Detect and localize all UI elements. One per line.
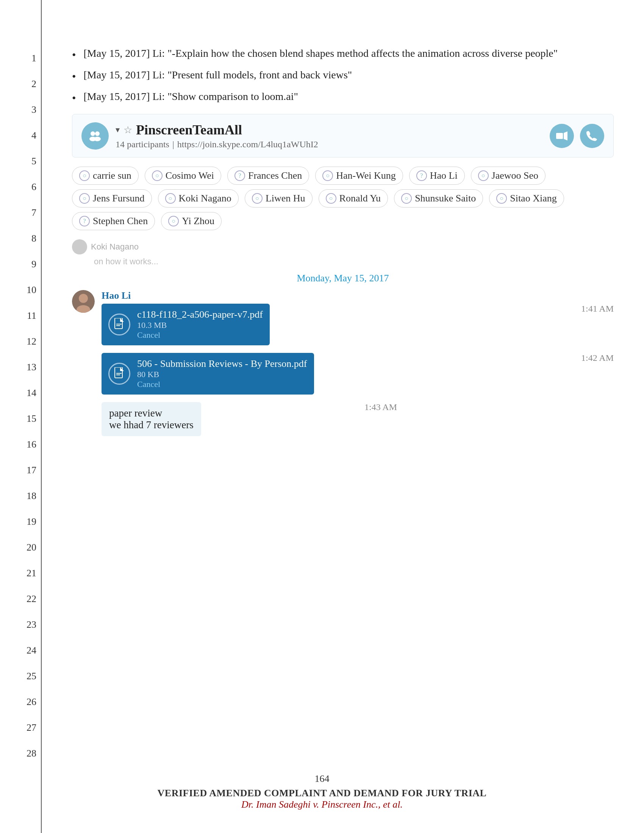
participant-name-frances-chen: Frances Chen: [248, 170, 302, 182]
participant-name-hao-li: Hao Li: [430, 170, 457, 182]
file-details-1: c118-f118_2-a506-paper-v7.pdf 10.3 MB Ca…: [137, 309, 263, 340]
participant-chip-cosimo-wei[interactable]: ○ Cosimo Wei: [145, 167, 221, 185]
bullet-item-3: • [May 15, 2017] Li: "Show comparison to…: [72, 88, 614, 106]
line-num-11: 11: [27, 303, 36, 329]
sender-name: Hao Li: [101, 290, 614, 301]
line-num-4: 4: [31, 123, 36, 148]
line-num-15: 15: [27, 406, 36, 432]
star-icon[interactable]: ☆: [124, 124, 132, 136]
participant-icon-ronald-yu: ○: [326, 193, 336, 204]
koki-message-preview: on how it works...: [94, 257, 614, 267]
bullet-text-3: [May 15, 2017] Li: "Show comparison to l…: [84, 88, 298, 105]
participant-chip-carrie-sun[interactable]: ○ carrie sun: [72, 167, 138, 185]
participant-name-sitao-xiang: Sitao Xiang: [510, 193, 557, 204]
participant-chip-jens-fursund[interactable]: ○ Jens Fursund: [72, 189, 152, 207]
participant-name-stephen-chen: Stephen Chen: [93, 215, 148, 227]
line-num-27: 27: [27, 715, 36, 741]
participant-chip-jaewoo-seo[interactable]: ○ Jaewoo Seo: [471, 167, 546, 185]
participant-name-han-wei-kung: Han-Wei Kung: [336, 170, 396, 182]
bullet-text-1: [May 15, 2017] Li: "-Explain how the cho…: [84, 45, 558, 61]
participant-chip-ronald-yu[interactable]: ○ Ronald Yu: [319, 189, 388, 207]
participant-chip-frances-chen[interactable]: ? Frances Chen: [227, 167, 309, 185]
participant-chip-shunsuke-saito[interactable]: ○ Shunsuke Saito: [394, 189, 483, 207]
skype-group-card: ▾ ☆ PinscreenTeamAll 14 participants | h…: [72, 114, 614, 158]
group-title-row: ▾ ☆ PinscreenTeamAll: [116, 122, 318, 138]
file-cancel-2[interactable]: Cancel: [137, 380, 307, 389]
line-num-22: 22: [27, 586, 36, 612]
file-icon-2: [108, 363, 130, 385]
participant-name-jens-fursund: Jens Fursund: [93, 193, 145, 204]
bullet-text-2: [May 15, 2017] Li: "Present full models,…: [84, 67, 352, 83]
participant-icon-jens-fursund: ○: [79, 193, 90, 204]
skype-card-left: ▾ ☆ PinscreenTeamAll 14 participants | h…: [81, 122, 318, 150]
participant-chip-han-wei-kung[interactable]: ○ Han-Wei Kung: [315, 167, 402, 185]
participant-icon-shunsuke-saito: ○: [401, 193, 412, 204]
bullet-item-1: • [May 15, 2017] Li: "-Explain how the c…: [72, 45, 614, 63]
bullet-dot-3: •: [72, 89, 76, 106]
line-num-20: 20: [27, 535, 36, 560]
line-num-18: 18: [27, 483, 36, 509]
line-num-5: 5: [31, 148, 36, 174]
participant-chip-liwen-hu[interactable]: ○ Liwen Hu: [245, 189, 312, 207]
skype-link[interactable]: https://join.skype.com/L4luq1aWUhI2: [177, 139, 318, 150]
participant-name-liwen-hu: Liwen Hu: [266, 193, 305, 204]
participant-icon-han-wei-kung: ○: [322, 170, 333, 181]
file-cancel-1[interactable]: Cancel: [137, 330, 263, 340]
participant-chip-koki-nagano[interactable]: ○ Koki Nagano: [158, 189, 239, 207]
line-num-6: 6: [31, 174, 36, 200]
file-attachment-1: c118-f118_2-a506-paper-v7.pdf 10.3 MB Ca…: [101, 304, 270, 345]
page-number: 164: [0, 773, 644, 785]
text-message-bubble: paper review we hhad 7 reviewers: [101, 402, 201, 436]
file-attachment-2: 506 - Submission Reviews - By Person.pdf…: [101, 353, 314, 394]
line-num-23: 23: [27, 612, 36, 638]
participant-name-koki-nagano: Koki Nagano: [179, 193, 232, 204]
file-time-2: 1:42 AM: [581, 353, 614, 363]
koki-preview-row: Koki Nagano: [72, 239, 614, 254]
line-num-10: 10: [27, 277, 36, 303]
line-num-1: 1: [31, 45, 36, 71]
line-num-28: 28: [27, 741, 36, 766]
text-message-time: 1:43 AM: [364, 402, 397, 412]
participant-icon-jaewoo-seo: ○: [478, 170, 489, 181]
file-time-1: 1:41 AM: [581, 304, 614, 314]
file-details-2: 506 - Submission Reviews - By Person.pdf…: [137, 358, 307, 389]
participant-icon-sitao-xiang: ○: [496, 193, 507, 204]
line-num-8: 8: [31, 226, 36, 251]
hao-li-avatar: [72, 290, 95, 313]
date-divider: Monday, May 15, 2017: [72, 273, 614, 284]
line-num-3: 3: [31, 97, 36, 123]
participant-name-shunsuke-saito: Shunsuke Saito: [415, 193, 476, 204]
skype-card-right: [550, 124, 604, 148]
participant-chip-stephen-chen[interactable]: ? Stephen Chen: [72, 212, 155, 230]
line-num-12: 12: [27, 329, 36, 354]
video-call-button[interactable]: [550, 124, 574, 148]
svg-point-1: [95, 131, 100, 136]
participant-icon-liwen-hu: ○: [252, 193, 262, 204]
chevron-down-icon[interactable]: ▾: [116, 125, 120, 135]
line-num-17: 17: [27, 457, 36, 483]
line-num-16: 16: [27, 432, 36, 457]
line-numbers-column: 1 2 3 4 5 6 7 8 9 10 11 12 13 14 15 16 1…: [0, 0, 42, 833]
line-num-14: 14: [27, 380, 36, 406]
chat-message-hao-li: Hao Li: [72, 290, 614, 436]
line-num-24: 24: [27, 638, 36, 663]
line-num-2: 2: [31, 71, 36, 97]
text-message-row: paper review we hhad 7 reviewers 1:43 AM: [101, 402, 397, 436]
participant-chip-hao-li[interactable]: ? Hao Li: [409, 167, 465, 185]
line-num-21: 21: [27, 560, 36, 586]
bullet-dot-1: •: [72, 46, 76, 63]
bullet-item-2: • [May 15, 2017] Li: "Present full model…: [72, 67, 614, 85]
participant-icon-carrie-sun: ○: [79, 170, 90, 181]
participant-icon-stephen-chen: ?: [79, 216, 90, 227]
page-footer: 164 VERIFIED AMENDED COMPLAINT AND DEMAN…: [0, 773, 644, 810]
participants-grid: ○ carrie sun ○ Cosimo Wei ? Frances Chen…: [72, 167, 614, 230]
file-icon-1: [108, 314, 130, 336]
phone-call-button[interactable]: [580, 124, 604, 148]
svg-point-3: [94, 137, 101, 141]
file-row-2: 506 - Submission Reviews - By Person.pdf…: [101, 353, 614, 398]
participant-chip-sitao-xiang[interactable]: ○ Sitao Xiang: [489, 189, 564, 207]
participant-name-carrie-sun: carrie sun: [93, 170, 132, 182]
participant-chip-yi-zhou[interactable]: ○ Yi Zhou: [161, 212, 222, 230]
participant-name-cosimo-wei: Cosimo Wei: [166, 170, 214, 182]
group-info: ▾ ☆ PinscreenTeamAll 14 participants | h…: [116, 122, 318, 150]
